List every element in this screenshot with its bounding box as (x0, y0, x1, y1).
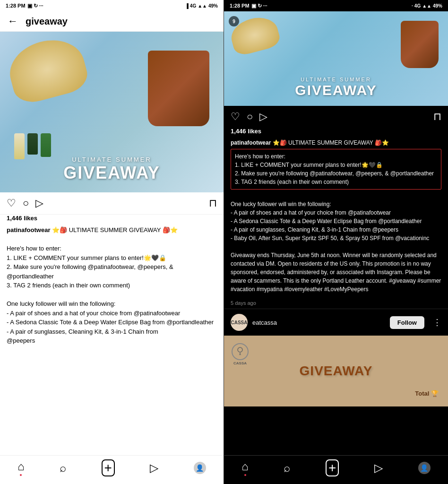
right-share-icon[interactable]: ▷ (259, 111, 267, 123)
right-status-left: 1:28 PM ▣ ↻ ··· (230, 3, 267, 9)
right-signal-icon: 4G (414, 3, 421, 9)
bottle-3 (41, 133, 51, 157)
left-status-icons: ▣ ↻ ··· (27, 3, 43, 9)
right-post-image-text: ULTIMATE SUMMER GIVEAWAY (295, 77, 377, 106)
highlighted-instructions: Here's how to enter: 1. LIKE + COMMENT y… (231, 149, 441, 190)
bottle-2 (27, 133, 38, 155)
right-battery: 49% (433, 3, 442, 9)
items-decoration (14, 133, 51, 159)
left-status-left: 1:28 PM ▣ ↻ ··· (6, 3, 43, 9)
left-caption-short: ⭐🎒 ULTIMATE SUMMER GIVEAWAY 🎒⭐ (52, 226, 178, 233)
post-image-text: ULTIMATE SUMMER GIVEAWAY (63, 156, 160, 192)
share-icon[interactable]: ▷ (35, 197, 43, 209)
right-time: 1:28 PM (230, 3, 250, 9)
next-post-preview: CASSA GIVEAWAY Total 🏆 (224, 336, 448, 406)
right-post-caption: patinafootwear ⭐🎒 ULTIMATE SUMMER GIVEAW… (224, 137, 448, 297)
bottle-1 (14, 133, 25, 159)
comment-row: CASSA eatcassa Follow ⋮ (224, 309, 448, 336)
time-ago: 5 days ago (224, 297, 448, 309)
follow-button[interactable]: Follow (390, 316, 424, 329)
left-username: patinafootwear (7, 226, 50, 233)
right-signal-bars: ▲▲ (422, 3, 431, 9)
right-panel: 1:28 PM ▣ ↻ ··· · 4G ▲▲ 49% 9 ULTIMATE S… (224, 0, 448, 484)
left-signal-icon: 4G (190, 3, 196, 9)
like-icon[interactable]: ♡ (7, 197, 16, 209)
right-reels-icon[interactable]: ▷ (374, 461, 383, 475)
right-likes-count: 1,446 likes (224, 128, 448, 137)
right-status-right: · 4G ▲▲ 49% (412, 3, 442, 9)
right-scroll-area: ♡ ○ ▷ ⊓ 1,446 likes patinafootwear ⭐🎒 UL… (224, 106, 448, 455)
right-action-icons: ♡ ○ ▷ (231, 111, 433, 123)
comment-icon[interactable]: ○ (23, 197, 29, 209)
svg-point-0 (238, 347, 242, 352)
cassa-label: CASSA (233, 361, 247, 365)
slide-indicator: 9 (229, 16, 239, 26)
left-bottom-nav: ⌂ ⌕ + ▷ 👤 (0, 455, 224, 484)
profile-icon[interactable]: 👤 (194, 462, 206, 474)
right-username: patinafootwear (231, 139, 271, 146)
home-icon[interactable]: ⌂ (17, 460, 25, 473)
right-status-icons: ▣ ↻ ··· (251, 3, 267, 9)
back-button[interactable]: ← (8, 15, 18, 27)
right-home-dot (244, 474, 246, 476)
left-post-caption: patinafootwear ⭐🎒 ULTIMATE SUMMER GIVEAW… (0, 224, 224, 351)
cassa-svg-logo (234, 346, 246, 357)
right-image-title: GIVEAWAY (295, 82, 377, 98)
right-profile-icon[interactable]: 👤 (418, 462, 431, 474)
left-header: ← giveaway (0, 11, 224, 32)
reels-icon[interactable]: ▷ (150, 461, 158, 475)
search-icon[interactable]: ⌕ (60, 461, 66, 475)
right-home-icon[interactable]: ⌂ (241, 460, 249, 473)
cassa-logo-icon (232, 343, 249, 360)
post-image: ULTIMATE SUMMER GIVEAWAY (0, 32, 224, 192)
left-status-right: ▐ 4G ▲▲ 49% (185, 3, 218, 9)
next-post-total: Total 🏆 (415, 390, 439, 397)
right-bookmark-icon[interactable]: ⊓ (433, 111, 441, 123)
commenter-username: eatcassa (252, 319, 385, 326)
right-like-icon[interactable]: ♡ (231, 111, 240, 123)
page-title: giveaway (26, 16, 68, 27)
left-caption-full: Here's how to enter: 1. LIKE + COMMENT y… (7, 245, 214, 344)
more-options-icon[interactable]: ⋮ (433, 317, 441, 328)
right-image-subtitle: ULTIMATE SUMMER (295, 77, 377, 82)
next-post-giveaway-text: GIVEAWAY (300, 363, 373, 379)
highlighted-text: Here's how to enter: 1. LIKE + COMMENT y… (235, 153, 434, 185)
bookmark-icon[interactable]: ⊓ (209, 197, 217, 209)
right-action-bar: ♡ ○ ▷ ⊓ (224, 106, 448, 128)
right-caption-header: ⭐🎒 ULTIMATE SUMMER GIVEAWAY 🎒⭐ (273, 139, 389, 146)
left-action-bar: ♡ ○ ▷ ⊓ (0, 192, 224, 215)
hat-decoration (3, 32, 91, 106)
right-post-image: 9 ULTIMATE SUMMER GIVEAWAY (224, 11, 448, 106)
avatar-text: CASSA (231, 320, 247, 325)
post-image-subtitle: ULTIMATE SUMMER (63, 156, 160, 163)
right-bag (401, 21, 439, 68)
left-action-icons: ♡ ○ ▷ (7, 197, 209, 209)
left-likes-count: 1,446 likes (0, 215, 224, 224)
home-dot (20, 474, 22, 476)
right-volume-icon: · (412, 3, 413, 9)
left-volume-icon: ▐ (185, 3, 189, 9)
left-battery: 49% (208, 3, 218, 9)
cassa-logo: CASSA (232, 343, 249, 365)
left-status-bar: 1:28 PM ▣ ↻ ··· ▐ 4G ▲▲ 49% (0, 0, 224, 11)
nav-home[interactable]: ⌂ (17, 460, 25, 476)
right-add-icon[interactable]: + (326, 459, 339, 476)
left-panel: 1:28 PM ▣ ↻ ··· ▐ 4G ▲▲ 49% ← giveaway U… (0, 0, 224, 484)
right-comment-icon[interactable]: ○ (247, 111, 253, 123)
right-status-bar: 1:28 PM ▣ ↻ ··· · 4G ▲▲ 49% (224, 0, 448, 11)
left-time: 1:28 PM (6, 3, 26, 9)
right-bottom-nav: ⌂ ⌕ + ▷ 👤 (224, 455, 448, 484)
left-content: ULTIMATE SUMMER GIVEAWAY ♡ ○ ▷ ⊓ 1,446 l… (0, 32, 224, 455)
right-caption-body: One lucky follower will win the followin… (231, 201, 441, 293)
bag-decoration (148, 51, 209, 126)
right-nav-home[interactable]: ⌂ (241, 460, 249, 476)
add-icon[interactable]: + (102, 459, 115, 476)
commenter-avatar: CASSA (231, 314, 248, 331)
post-image-title: GIVEAWAY (63, 163, 160, 183)
right-search-icon[interactable]: ⌕ (284, 461, 290, 475)
left-signal-bars: ▲▲ (198, 3, 207, 9)
